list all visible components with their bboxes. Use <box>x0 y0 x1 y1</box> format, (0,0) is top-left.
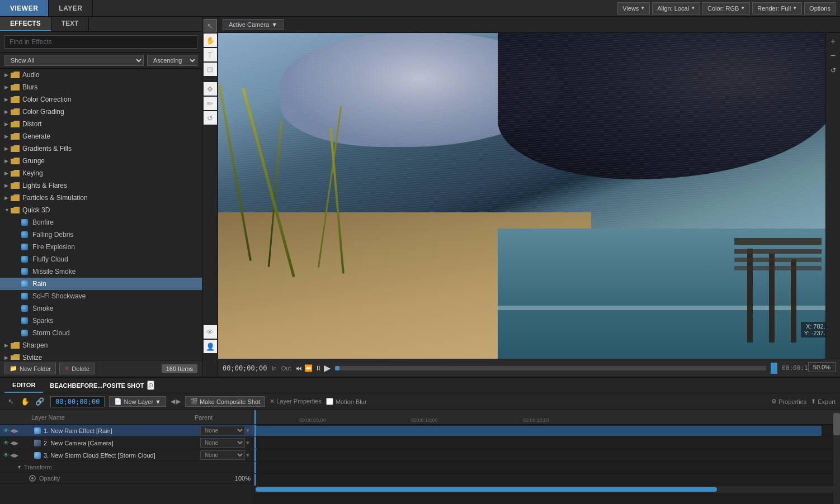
category-row-grunge[interactable]: ▶ Grunge <box>0 155 202 167</box>
text-tool-button[interactable]: T <box>204 48 217 61</box>
search-input[interactable] <box>4 35 197 49</box>
layer-row-1[interactable]: 👁 ◀ ▶ 1. New Rain Effect [Rain] None ▼ <box>0 425 254 437</box>
editor-close-button[interactable]: ⊙ <box>147 381 154 390</box>
effect-item-smoke[interactable]: Smoke <box>0 302 202 315</box>
layer-row-2[interactable]: 👁 ◀ ▶ 2. New Camera [Camera] None ▼ <box>0 437 254 449</box>
crop-tool-button[interactable]: ⊡ <box>204 63 217 76</box>
step-back-button[interactable]: ⏪ <box>304 364 313 372</box>
effect-item-fluffy-cloud[interactable]: Fluffy Cloud <box>0 253 202 265</box>
category-row-particles-simulation[interactable]: ▶ Particles & Simulation <box>0 192 202 204</box>
layer-properties-button[interactable]: ✕ Layer Properties <box>270 398 322 405</box>
layer-row-3[interactable]: 👁 ◀ ▶ 3. New Storm Cloud Effect [Storm C… <box>0 449 254 462</box>
category-label: Generate <box>22 132 50 140</box>
reset-zoom-icon[interactable]: ↺ <box>827 64 839 77</box>
tab-editor[interactable]: EDITOR <box>4 378 43 393</box>
step-forward-button[interactable]: ⏸ <box>315 364 322 372</box>
timeline-vscrollbar-thumb[interactable] <box>833 413 840 435</box>
align-button[interactable]: Align: Local▼ <box>652 2 700 15</box>
link-tool-button[interactable]: 🔗 <box>34 396 46 408</box>
export-button[interactable]: ⬆ Export <box>811 398 836 405</box>
visibility-button-3[interactable]: 👁 <box>3 452 9 458</box>
prev-frame-button[interactable]: ◀ <box>171 398 175 405</box>
views-button[interactable]: Views▼ <box>617 2 650 15</box>
select-tool-button[interactable]: ↖ <box>204 19 217 32</box>
visibility-button-1[interactable]: 👁 <box>3 427 9 434</box>
in-button[interactable]: In <box>271 365 276 372</box>
effect-item-fire-explosion[interactable]: Fire Explosion <box>0 241 202 253</box>
effect-item-missile-smoke[interactable]: Missile Smoke <box>0 265 202 278</box>
category-row-gradients-fills[interactable]: ▶ Gradients & Fills <box>0 142 202 155</box>
folder-icon-stylize <box>10 354 20 360</box>
layer-parent-select-1[interactable]: None <box>200 426 245 435</box>
tab-effects[interactable]: EFFECTS <box>0 17 51 31</box>
effect-item-storm-cloud[interactable]: Storm Cloud <box>0 327 202 339</box>
out-button[interactable]: Out <box>281 365 291 372</box>
make-composite-button[interactable]: 🎬 Make Composite Shot <box>185 396 265 407</box>
play-button[interactable]: ▶ <box>324 363 331 373</box>
transform-row[interactable]: ▼ Transform <box>0 462 254 473</box>
category-row-blurs[interactable]: ▶ Blurs <box>0 81 202 93</box>
delete-button[interactable]: ✕ Delete <box>59 363 95 374</box>
visibility-button-2[interactable]: 👁 <box>3 440 9 446</box>
view-tool-button[interactable]: 👁 <box>204 325 217 339</box>
options-button[interactable]: Options <box>804 2 836 15</box>
category-row-generate[interactable]: ▶ Generate <box>0 130 202 142</box>
layer-parent-select-3[interactable]: None <box>200 450 245 460</box>
category-row-distort[interactable]: ▶ Distort <box>0 118 202 130</box>
color-button[interactable]: Color: RGB▼ <box>702 2 750 15</box>
lock-button-3[interactable]: ◀ <box>10 452 15 458</box>
timeline-track-3 <box>254 449 833 462</box>
effect-item-falling-debris[interactable]: Falling Debris <box>0 229 202 241</box>
category-row-audio[interactable]: ▶ Audio <box>0 69 202 81</box>
person-tool-button[interactable]: 👤 <box>204 340 217 353</box>
playhead-marker[interactable] <box>771 363 777 374</box>
expand-button-3[interactable]: ▶ <box>15 453 21 458</box>
effect-item-bonfire[interactable]: Bonfire <box>0 216 202 229</box>
category-row-stylize[interactable]: ▶ Stylize <box>0 351 202 360</box>
zoom-out-icon[interactable]: − <box>827 50 839 62</box>
lock-button-2[interactable]: ◀ <box>10 440 15 446</box>
rotate-tool-button[interactable]: ↺ <box>204 111 217 125</box>
layer-parent-select-2[interactable]: None <box>200 438 245 448</box>
layer-list: Layer Name Parent 👁 ◀ ▶ 1. New Rain Effe… <box>0 410 254 504</box>
arrow-tool-button[interactable]: ↖ <box>4 396 17 408</box>
move-tool-button[interactable]: ✥ <box>204 82 217 96</box>
tab-viewer[interactable]: VIEWER <box>0 0 49 16</box>
category-quick-3d: ▼ Quick 3D Bonfire Falling Debris <box>0 204 202 339</box>
tab-text[interactable]: TEXT <box>51 17 89 31</box>
category-row-color-grading[interactable]: ▶ Color Grading <box>0 106 202 118</box>
new-layer-button[interactable]: 📄 New Layer ▼ <box>109 396 166 407</box>
chevron-right-icon: ▶ <box>4 170 10 176</box>
expand-button-1[interactable]: ▶ <box>15 428 21 434</box>
left-panel: EFFECTS TEXT Show All Ascending ▶ <box>0 17 202 377</box>
zoom-in-icon[interactable]: + <box>827 35 839 47</box>
category-label: Blurs <box>22 83 37 91</box>
new-folder-button[interactable]: 📁 New Folder <box>4 363 56 374</box>
active-camera-button[interactable]: Active Camera ▼ <box>223 19 284 30</box>
category-row-lights-flares[interactable]: ▶ Lights & Flares <box>0 179 202 192</box>
category-row-quick-3d[interactable]: ▼ Quick 3D <box>0 204 202 216</box>
hand-tool-button[interactable]: ✋ <box>204 34 217 47</box>
hand-tool-button[interactable]: ✋ <box>19 396 31 408</box>
playback-timeline[interactable] <box>335 366 766 370</box>
timeline-clip-1[interactable] <box>254 426 822 436</box>
category-row-keying[interactable]: ▶ Keying <box>0 167 202 179</box>
render-button[interactable]: Render: Full▼ <box>752 2 802 15</box>
ascending-select[interactable]: Ascending <box>147 55 197 66</box>
category-row-color-correction[interactable]: ▶ Color Correction <box>0 93 202 106</box>
effect-item-sparks[interactable]: Sparks <box>0 315 202 327</box>
tab-layer[interactable]: LAYER <box>49 0 93 16</box>
skip-to-start-button[interactable]: ⏮ <box>295 364 302 372</box>
lock-button-1[interactable]: ◀ <box>10 427 15 434</box>
effect-item-rain[interactable]: Rain <box>0 278 202 290</box>
expand-button-2[interactable]: ▶ <box>15 440 21 446</box>
motion-blur-checkbox[interactable] <box>326 398 333 405</box>
zoom-level-button[interactable]: 50.0% <box>808 362 836 372</box>
show-all-select[interactable]: Show All <box>4 55 144 66</box>
category-row-sharpen[interactable]: ▶ Sharpen <box>0 339 202 351</box>
next-frame-button[interactable]: ▶ <box>176 398 181 405</box>
properties-button[interactable]: ⚙ Properties <box>771 398 806 405</box>
pen-tool-button[interactable]: ✏ <box>204 97 217 110</box>
timeline-scrollbar-thumb[interactable] <box>256 487 717 492</box>
effect-item-scifi-shockwave[interactable]: Sci-Fi Shockwave <box>0 290 202 302</box>
